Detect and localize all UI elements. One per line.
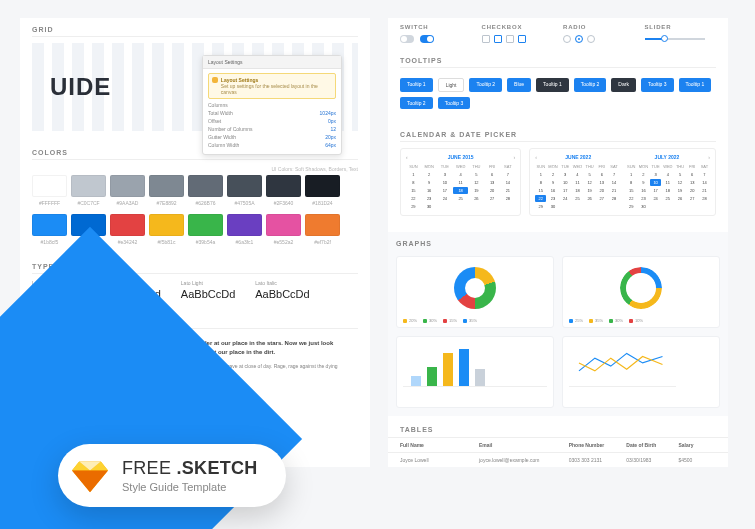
bar [443,353,453,386]
bar [411,376,421,386]
color-swatch[interactable]: #e34242 [110,214,145,245]
chevron-left-icon[interactable]: ‹ [535,154,537,160]
switch-off[interactable] [400,35,414,43]
tooltip: Tooltip 1 [536,78,569,92]
tooltip: Dark [611,78,636,92]
radio-title: RADIO [563,24,635,30]
table-header: Phone Number [569,442,623,448]
calendar-range[interactable]: ‹JUNE 2022SUNMONTUEWEDTHUFRISAT123456789… [529,148,716,216]
tooltip: Tooltip 1 [400,78,433,92]
tables-title: TABLES [400,426,716,433]
radio[interactable] [587,35,595,43]
chevron-left-icon[interactable]: ‹ [406,154,408,160]
checkbox[interactable] [518,35,526,43]
tooltip: Tooltip 3 [641,78,674,92]
layout-settings-panel: Layout Settings Layout Settings Set up s… [202,55,342,155]
panel-header: Layout Settings [203,56,341,69]
checkbox-title: CHECKBOX [482,24,554,30]
line-svg [569,343,676,387]
table-cell: joyce.lowell@example.com [479,457,565,463]
svg-marker-4 [72,470,90,492]
grid-hero: UIDE Layout Settings Layout Settings Set… [32,43,358,131]
pie-chart: 20%30%15%35% [396,256,554,328]
grid-section-title: GRID [32,26,358,37]
checkbox[interactable] [482,35,490,43]
warning-banner: Layout Settings Set up settings for the … [208,73,336,99]
warning-icon [212,77,218,83]
bar [459,349,469,386]
line-chart [562,336,720,408]
color-swatch[interactable]: #39b54a [188,214,223,245]
color-swatch[interactable]: #6a3fc1 [227,214,262,245]
bar [427,367,437,387]
color-swatch[interactable]: #C0C7CF [71,175,106,206]
table-header: Date of Birth [626,442,674,448]
tooltip: Tooltip 2 [400,97,433,109]
sketch-icon [72,459,108,493]
tooltip: Tooltip 2 [469,78,502,92]
color-swatch[interactable]: #e552a2 [266,214,301,245]
tooltip: Tooltip 2 [574,78,607,92]
table-header: Email [479,442,565,448]
slider[interactable] [645,35,717,43]
color-swatch[interactable]: #ef7b2f [305,214,340,245]
color-swatch[interactable]: #7E8892 [149,175,184,206]
color-swatch[interactable]: #f5b81c [149,214,184,245]
table-cell: 0303 303 2131 [569,457,623,463]
switch-on[interactable] [420,35,434,43]
cta-line2: Style Guide Template [122,481,258,493]
color-swatch[interactable]: #181D24 [305,175,340,206]
slider-title: SLIDER [645,24,717,30]
graphs-title: GRAPHS [396,240,720,250]
color-swatch[interactable]: #626B76 [188,175,223,206]
cta-line1: FREE .SKETCH [122,458,258,479]
table-cell: 03/30/1983 [626,457,674,463]
chevron-right-icon[interactable]: › [514,154,516,160]
chevron-right-icon[interactable]: › [708,154,710,160]
hero-brand: UIDE [50,73,111,101]
cta-pill[interactable]: FREE .SKETCH Style Guide Template [58,444,286,507]
color-swatch[interactable]: #47505A [227,175,262,206]
radio[interactable] [575,35,583,43]
color-swatch[interactable]: #FFFFFF [32,175,67,206]
switch-title: SWITCH [400,24,472,30]
calendar-title: CALENDAR & DATE PICKER [400,131,716,142]
table-header: Salary [679,442,717,448]
color-swatch[interactable]: #1b8cf5 [32,214,67,245]
tooltip: Blue [507,78,531,92]
checkbox[interactable] [494,35,502,43]
cta-banner: FREE .SKETCH Style Guide Template [0,409,420,529]
calendar-single[interactable]: ‹JUNE 2015› SUNMONTUEWEDTHUFRISAT1234567… [400,148,521,216]
bar [475,369,485,386]
colors-note: UI Colors: Soft Shadows, Borders, Text [32,166,358,172]
color-swatch[interactable]: #9AA3AD [110,175,145,206]
radio[interactable] [563,35,571,43]
svg-marker-5 [90,470,108,492]
checkbox[interactable] [506,35,514,43]
tooltips-title: TOOLTIPS [400,57,716,68]
table-cell: $4500 [679,457,717,463]
tooltip: Tooltip 1 [679,78,712,92]
color-swatch[interactable]: #2F3640 [266,175,301,206]
bar-chart [396,336,554,408]
tooltip: Light [438,78,465,92]
tooltip: Tooltip 3 [438,97,471,109]
gauge-chart: 25%35%30%10% [562,256,720,328]
